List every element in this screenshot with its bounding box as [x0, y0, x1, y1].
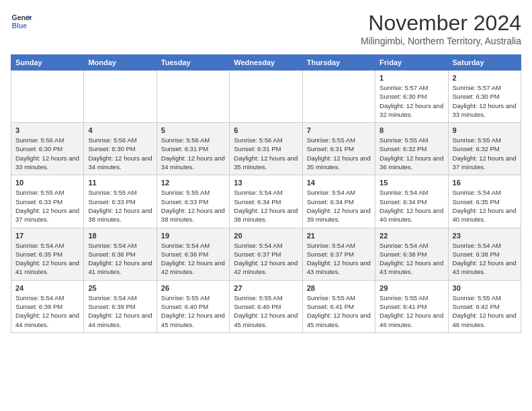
month-title: November 2024 — [361, 11, 521, 36]
location-subtitle: Milingimbi, Northern Territory, Australi… — [361, 36, 521, 46]
day-number: 25 — [88, 284, 152, 292]
calendar-cell: 13Sunrise: 5:54 AM Sunset: 6:34 PM Dayli… — [230, 175, 302, 228]
svg-text:Blue: Blue — [12, 22, 28, 30]
day-info: Sunrise: 5:56 AM Sunset: 6:31 PM Dayligh… — [234, 136, 298, 171]
calendar-cell: 14Sunrise: 5:54 AM Sunset: 6:34 PM Dayli… — [302, 175, 375, 228]
calendar-cell: 1Sunrise: 5:57 AM Sunset: 6:30 PM Daylig… — [375, 71, 448, 123]
calendar-cell: 29Sunrise: 5:55 AM Sunset: 6:41 PM Dayli… — [375, 280, 448, 332]
day-number: 7 — [307, 126, 371, 134]
calendar-cell: 21Sunrise: 5:54 AM Sunset: 6:37 PM Dayli… — [302, 228, 375, 280]
day-number: 15 — [380, 179, 443, 187]
calendar-cell: 17Sunrise: 5:54 AM Sunset: 6:35 PM Dayli… — [11, 228, 84, 280]
calendar-cell: 6Sunrise: 5:56 AM Sunset: 6:31 PM Daylig… — [230, 123, 302, 175]
day-info: Sunrise: 5:57 AM Sunset: 6:30 PM Dayligh… — [380, 83, 443, 119]
day-number: 23 — [453, 232, 517, 240]
day-number: 14 — [307, 179, 371, 187]
logo: General Blue — [11, 11, 32, 32]
header-tuesday: Tuesday — [157, 55, 229, 71]
day-info: Sunrise: 5:54 AM Sunset: 6:39 PM Dayligh… — [15, 293, 79, 329]
calendar-cell — [302, 71, 375, 123]
calendar-cell: 19Sunrise: 5:54 AM Sunset: 6:36 PM Dayli… — [157, 228, 229, 280]
day-number: 22 — [380, 232, 443, 240]
calendar-cell: 9Sunrise: 5:55 AM Sunset: 6:32 PM Daylig… — [448, 123, 521, 175]
day-info: Sunrise: 5:55 AM Sunset: 6:32 PM Dayligh… — [453, 136, 517, 171]
day-number: 21 — [307, 232, 371, 240]
day-number: 24 — [15, 284, 79, 292]
day-info: Sunrise: 5:55 AM Sunset: 6:40 PM Dayligh… — [234, 293, 298, 329]
calendar-cell: 16Sunrise: 5:54 AM Sunset: 6:35 PM Dayli… — [448, 175, 521, 228]
day-number: 2 — [453, 74, 517, 82]
day-number: 18 — [88, 232, 152, 240]
page-header: General Blue November 2024 Milingimbi, N… — [11, 11, 521, 46]
header-thursday: Thursday — [302, 55, 375, 71]
calendar-cell: 2Sunrise: 5:57 AM Sunset: 6:30 PM Daylig… — [448, 71, 521, 123]
day-number: 30 — [453, 284, 517, 292]
calendar-cell: 22Sunrise: 5:54 AM Sunset: 6:38 PM Dayli… — [375, 228, 448, 280]
day-info: Sunrise: 5:55 AM Sunset: 6:41 PM Dayligh… — [307, 293, 371, 329]
calendar-cell: 11Sunrise: 5:55 AM Sunset: 6:33 PM Dayli… — [84, 175, 157, 228]
day-info: Sunrise: 5:54 AM Sunset: 6:36 PM Dayligh… — [161, 241, 225, 277]
calendar-cell: 5Sunrise: 5:56 AM Sunset: 6:31 PM Daylig… — [157, 123, 229, 175]
calendar-cell: 3Sunrise: 5:56 AM Sunset: 6:30 PM Daylig… — [11, 123, 84, 175]
day-info: Sunrise: 5:54 AM Sunset: 6:37 PM Dayligh… — [234, 241, 298, 277]
day-number: 5 — [161, 126, 225, 134]
day-info: Sunrise: 5:56 AM Sunset: 6:30 PM Dayligh… — [88, 136, 152, 171]
day-number: 3 — [15, 126, 79, 134]
day-number: 27 — [234, 284, 298, 292]
day-info: Sunrise: 5:54 AM Sunset: 6:35 PM Dayligh… — [453, 188, 517, 224]
day-info: Sunrise: 5:55 AM Sunset: 6:32 PM Dayligh… — [380, 136, 443, 171]
day-info: Sunrise: 5:55 AM Sunset: 6:42 PM Dayligh… — [453, 293, 517, 329]
header-monday: Monday — [84, 55, 157, 71]
day-number: 8 — [380, 126, 443, 134]
week-row-3: 10Sunrise: 5:55 AM Sunset: 6:33 PM Dayli… — [11, 175, 521, 228]
header-friday: Friday — [375, 55, 448, 71]
day-info: Sunrise: 5:54 AM Sunset: 6:38 PM Dayligh… — [380, 241, 443, 277]
calendar-cell: 25Sunrise: 5:54 AM Sunset: 6:39 PM Dayli… — [84, 280, 157, 332]
day-info: Sunrise: 5:54 AM Sunset: 6:38 PM Dayligh… — [453, 241, 517, 277]
header-wednesday: Wednesday — [230, 55, 302, 71]
week-row-5: 24Sunrise: 5:54 AM Sunset: 6:39 PM Dayli… — [11, 280, 521, 332]
day-info: Sunrise: 5:55 AM Sunset: 6:33 PM Dayligh… — [161, 188, 225, 224]
day-number: 9 — [453, 126, 517, 134]
calendar-table: SundayMondayTuesdayWednesdayThursdayFrid… — [11, 54, 521, 333]
day-info: Sunrise: 5:55 AM Sunset: 6:40 PM Dayligh… — [161, 293, 225, 329]
day-info: Sunrise: 5:56 AM Sunset: 6:31 PM Dayligh… — [161, 136, 225, 171]
calendar-cell: 28Sunrise: 5:55 AM Sunset: 6:41 PM Dayli… — [302, 280, 375, 332]
day-info: Sunrise: 5:54 AM Sunset: 6:34 PM Dayligh… — [234, 188, 298, 224]
day-number: 29 — [380, 284, 443, 292]
logo-icon: General Blue — [11, 11, 32, 32]
day-info: Sunrise: 5:55 AM Sunset: 6:31 PM Dayligh… — [307, 136, 371, 171]
day-info: Sunrise: 5:55 AM Sunset: 6:33 PM Dayligh… — [88, 188, 152, 224]
day-number: 6 — [234, 126, 298, 134]
calendar-cell: 20Sunrise: 5:54 AM Sunset: 6:37 PM Dayli… — [230, 228, 302, 280]
calendar-cell: 27Sunrise: 5:55 AM Sunset: 6:40 PM Dayli… — [230, 280, 302, 332]
day-number: 12 — [161, 179, 225, 187]
day-info: Sunrise: 5:54 AM Sunset: 6:36 PM Dayligh… — [88, 241, 152, 277]
calendar-cell — [157, 71, 229, 123]
calendar-cell: 18Sunrise: 5:54 AM Sunset: 6:36 PM Dayli… — [84, 228, 157, 280]
day-info: Sunrise: 5:55 AM Sunset: 6:41 PM Dayligh… — [380, 293, 443, 329]
day-number: 4 — [88, 126, 152, 134]
day-info: Sunrise: 5:57 AM Sunset: 6:30 PM Dayligh… — [453, 83, 517, 119]
day-info: Sunrise: 5:54 AM Sunset: 6:34 PM Dayligh… — [307, 188, 371, 224]
calendar-cell — [84, 71, 157, 123]
calendar-cell: 30Sunrise: 5:55 AM Sunset: 6:42 PM Dayli… — [448, 280, 521, 332]
calendar-cell: 24Sunrise: 5:54 AM Sunset: 6:39 PM Dayli… — [11, 280, 84, 332]
day-info: Sunrise: 5:54 AM Sunset: 6:37 PM Dayligh… — [307, 241, 371, 277]
day-number: 16 — [453, 179, 517, 187]
calendar-cell: 26Sunrise: 5:55 AM Sunset: 6:40 PM Dayli… — [157, 280, 229, 332]
day-info: Sunrise: 5:56 AM Sunset: 6:30 PM Dayligh… — [15, 136, 79, 171]
day-number: 1 — [380, 74, 443, 82]
day-number: 11 — [88, 179, 152, 187]
header-sunday: Sunday — [11, 55, 84, 71]
day-number: 13 — [234, 179, 298, 187]
day-info: Sunrise: 5:54 AM Sunset: 6:34 PM Dayligh… — [380, 188, 443, 224]
calendar-cell: 4Sunrise: 5:56 AM Sunset: 6:30 PM Daylig… — [84, 123, 157, 175]
calendar-cell: 8Sunrise: 5:55 AM Sunset: 6:32 PM Daylig… — [375, 123, 448, 175]
calendar-cell: 12Sunrise: 5:55 AM Sunset: 6:33 PM Dayli… — [157, 175, 229, 228]
day-number: 20 — [234, 232, 298, 240]
day-info: Sunrise: 5:55 AM Sunset: 6:33 PM Dayligh… — [15, 188, 79, 224]
calendar-header-row: SundayMondayTuesdayWednesdayThursdayFrid… — [11, 55, 521, 71]
week-row-2: 3Sunrise: 5:56 AM Sunset: 6:30 PM Daylig… — [11, 123, 521, 175]
day-number: 19 — [161, 232, 225, 240]
